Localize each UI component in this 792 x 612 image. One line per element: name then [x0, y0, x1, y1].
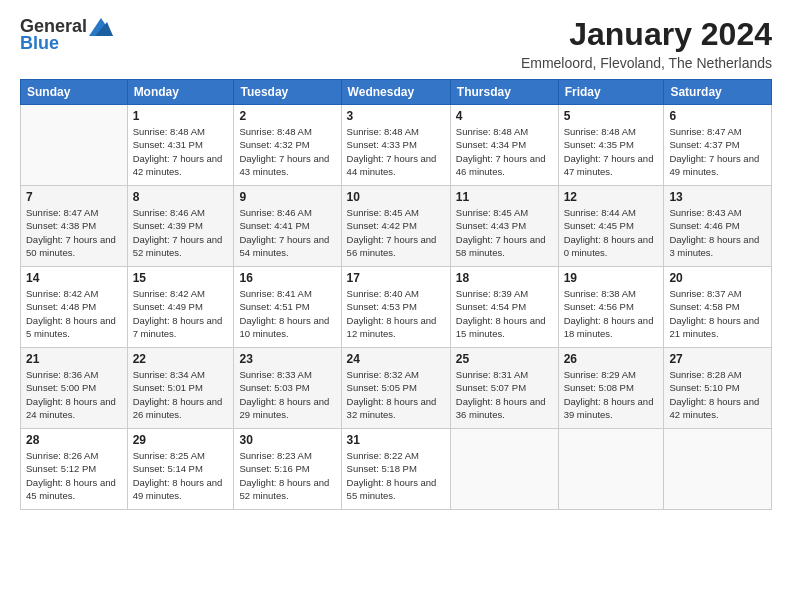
day-number: 21: [26, 352, 122, 366]
day-detail: Sunrise: 8:29 AMSunset: 5:08 PMDaylight:…: [564, 368, 659, 421]
cell-content: 8Sunrise: 8:46 AMSunset: 4:39 PMDaylight…: [133, 190, 229, 262]
cell-w4-d6: 27Sunrise: 8:28 AMSunset: 5:10 PMDayligh…: [664, 348, 772, 429]
week-row-1: 1Sunrise: 8:48 AMSunset: 4:31 PMDaylight…: [21, 105, 772, 186]
cell-w5-d3: 31Sunrise: 8:22 AMSunset: 5:18 PMDayligh…: [341, 429, 450, 510]
day-number: 29: [133, 433, 229, 447]
cell-content: 15Sunrise: 8:42 AMSunset: 4:49 PMDayligh…: [133, 271, 229, 343]
cell-w4-d3: 24Sunrise: 8:32 AMSunset: 5:05 PMDayligh…: [341, 348, 450, 429]
cell-w5-d1: 29Sunrise: 8:25 AMSunset: 5:14 PMDayligh…: [127, 429, 234, 510]
cell-w1-d2: 2Sunrise: 8:48 AMSunset: 4:32 PMDaylight…: [234, 105, 341, 186]
cell-w2-d1: 8Sunrise: 8:46 AMSunset: 4:39 PMDaylight…: [127, 186, 234, 267]
day-detail: Sunrise: 8:33 AMSunset: 5:03 PMDaylight:…: [239, 368, 335, 421]
day-number: 28: [26, 433, 122, 447]
cell-w4-d0: 21Sunrise: 8:36 AMSunset: 5:00 PMDayligh…: [21, 348, 128, 429]
cell-content: 12Sunrise: 8:44 AMSunset: 4:45 PMDayligh…: [564, 190, 659, 262]
cell-w2-d4: 11Sunrise: 8:45 AMSunset: 4:43 PMDayligh…: [450, 186, 558, 267]
day-detail: Sunrise: 8:22 AMSunset: 5:18 PMDaylight:…: [347, 449, 445, 502]
cell-w3-d5: 19Sunrise: 8:38 AMSunset: 4:56 PMDayligh…: [558, 267, 664, 348]
cell-content: 17Sunrise: 8:40 AMSunset: 4:53 PMDayligh…: [347, 271, 445, 343]
cell-content: 13Sunrise: 8:43 AMSunset: 4:46 PMDayligh…: [669, 190, 766, 262]
cell-content: 3Sunrise: 8:48 AMSunset: 4:33 PMDaylight…: [347, 109, 445, 181]
cell-content: 23Sunrise: 8:33 AMSunset: 5:03 PMDayligh…: [239, 352, 335, 424]
day-number: 14: [26, 271, 122, 285]
day-detail: Sunrise: 8:43 AMSunset: 4:46 PMDaylight:…: [669, 206, 766, 259]
day-detail: Sunrise: 8:48 AMSunset: 4:32 PMDaylight:…: [239, 125, 335, 178]
day-number: 22: [133, 352, 229, 366]
day-number: 17: [347, 271, 445, 285]
cell-w1-d4: 4Sunrise: 8:48 AMSunset: 4:34 PMDaylight…: [450, 105, 558, 186]
day-number: 25: [456, 352, 553, 366]
cell-w3-d6: 20Sunrise: 8:37 AMSunset: 4:58 PMDayligh…: [664, 267, 772, 348]
day-detail: Sunrise: 8:47 AMSunset: 4:37 PMDaylight:…: [669, 125, 766, 178]
day-number: 11: [456, 190, 553, 204]
cell-content: 26Sunrise: 8:29 AMSunset: 5:08 PMDayligh…: [564, 352, 659, 424]
cell-content: 5Sunrise: 8:48 AMSunset: 4:35 PMDaylight…: [564, 109, 659, 181]
col-monday: Monday: [127, 80, 234, 105]
cell-w2-d2: 9Sunrise: 8:46 AMSunset: 4:41 PMDaylight…: [234, 186, 341, 267]
day-detail: Sunrise: 8:38 AMSunset: 4:56 PMDaylight:…: [564, 287, 659, 340]
cell-w1-d0: [21, 105, 128, 186]
logo: General Blue: [20, 16, 113, 54]
day-number: 7: [26, 190, 122, 204]
cell-content: 11Sunrise: 8:45 AMSunset: 4:43 PMDayligh…: [456, 190, 553, 262]
cell-content: 9Sunrise: 8:46 AMSunset: 4:41 PMDaylight…: [239, 190, 335, 262]
col-sunday: Sunday: [21, 80, 128, 105]
day-detail: Sunrise: 8:42 AMSunset: 4:49 PMDaylight:…: [133, 287, 229, 340]
day-number: 15: [133, 271, 229, 285]
cell-content: 31Sunrise: 8:22 AMSunset: 5:18 PMDayligh…: [347, 433, 445, 505]
day-number: 18: [456, 271, 553, 285]
day-detail: Sunrise: 8:41 AMSunset: 4:51 PMDaylight:…: [239, 287, 335, 340]
week-row-3: 14Sunrise: 8:42 AMSunset: 4:48 PMDayligh…: [21, 267, 772, 348]
day-number: 9: [239, 190, 335, 204]
day-number: 12: [564, 190, 659, 204]
header-row: Sunday Monday Tuesday Wednesday Thursday…: [21, 80, 772, 105]
cell-content: 1Sunrise: 8:48 AMSunset: 4:31 PMDaylight…: [133, 109, 229, 181]
cell-w1-d6: 6Sunrise: 8:47 AMSunset: 4:37 PMDaylight…: [664, 105, 772, 186]
day-number: 30: [239, 433, 335, 447]
day-detail: Sunrise: 8:48 AMSunset: 4:31 PMDaylight:…: [133, 125, 229, 178]
day-number: 27: [669, 352, 766, 366]
header: General Blue January 2024 Emmeloord, Fle…: [20, 16, 772, 71]
day-detail: Sunrise: 8:28 AMSunset: 5:10 PMDaylight:…: [669, 368, 766, 421]
day-number: 1: [133, 109, 229, 123]
day-detail: Sunrise: 8:46 AMSunset: 4:39 PMDaylight:…: [133, 206, 229, 259]
cell-content: 22Sunrise: 8:34 AMSunset: 5:01 PMDayligh…: [133, 352, 229, 424]
cell-content: 29Sunrise: 8:25 AMSunset: 5:14 PMDayligh…: [133, 433, 229, 505]
col-saturday: Saturday: [664, 80, 772, 105]
day-detail: Sunrise: 8:23 AMSunset: 5:16 PMDaylight:…: [239, 449, 335, 502]
day-detail: Sunrise: 8:45 AMSunset: 4:43 PMDaylight:…: [456, 206, 553, 259]
day-number: 2: [239, 109, 335, 123]
cell-w4-d2: 23Sunrise: 8:33 AMSunset: 5:03 PMDayligh…: [234, 348, 341, 429]
cell-content: 10Sunrise: 8:45 AMSunset: 4:42 PMDayligh…: [347, 190, 445, 262]
col-tuesday: Tuesday: [234, 80, 341, 105]
calendar-table: Sunday Monday Tuesday Wednesday Thursday…: [20, 79, 772, 510]
cell-w2-d5: 12Sunrise: 8:44 AMSunset: 4:45 PMDayligh…: [558, 186, 664, 267]
week-row-4: 21Sunrise: 8:36 AMSunset: 5:00 PMDayligh…: [21, 348, 772, 429]
day-detail: Sunrise: 8:42 AMSunset: 4:48 PMDaylight:…: [26, 287, 122, 340]
day-detail: Sunrise: 8:36 AMSunset: 5:00 PMDaylight:…: [26, 368, 122, 421]
subtitle: Emmeloord, Flevoland, The Netherlands: [521, 55, 772, 71]
day-number: 26: [564, 352, 659, 366]
logo-blue-text: Blue: [20, 33, 59, 54]
cell-content: 19Sunrise: 8:38 AMSunset: 4:56 PMDayligh…: [564, 271, 659, 343]
day-number: 10: [347, 190, 445, 204]
day-number: 20: [669, 271, 766, 285]
cell-w5-d2: 30Sunrise: 8:23 AMSunset: 5:16 PMDayligh…: [234, 429, 341, 510]
cell-w5-d6: [664, 429, 772, 510]
cell-w4-d5: 26Sunrise: 8:29 AMSunset: 5:08 PMDayligh…: [558, 348, 664, 429]
cell-content: 2Sunrise: 8:48 AMSunset: 4:32 PMDaylight…: [239, 109, 335, 181]
day-detail: Sunrise: 8:39 AMSunset: 4:54 PMDaylight:…: [456, 287, 553, 340]
page: General Blue January 2024 Emmeloord, Fle…: [0, 0, 792, 520]
cell-content: 14Sunrise: 8:42 AMSunset: 4:48 PMDayligh…: [26, 271, 122, 343]
month-title: January 2024: [521, 16, 772, 53]
cell-content: 18Sunrise: 8:39 AMSunset: 4:54 PMDayligh…: [456, 271, 553, 343]
day-detail: Sunrise: 8:40 AMSunset: 4:53 PMDaylight:…: [347, 287, 445, 340]
day-detail: Sunrise: 8:48 AMSunset: 4:34 PMDaylight:…: [456, 125, 553, 178]
cell-content: 27Sunrise: 8:28 AMSunset: 5:10 PMDayligh…: [669, 352, 766, 424]
day-detail: Sunrise: 8:48 AMSunset: 4:35 PMDaylight:…: [564, 125, 659, 178]
day-detail: Sunrise: 8:32 AMSunset: 5:05 PMDaylight:…: [347, 368, 445, 421]
day-detail: Sunrise: 8:31 AMSunset: 5:07 PMDaylight:…: [456, 368, 553, 421]
day-detail: Sunrise: 8:47 AMSunset: 4:38 PMDaylight:…: [26, 206, 122, 259]
cell-content: 20Sunrise: 8:37 AMSunset: 4:58 PMDayligh…: [669, 271, 766, 343]
cell-content: 24Sunrise: 8:32 AMSunset: 5:05 PMDayligh…: [347, 352, 445, 424]
